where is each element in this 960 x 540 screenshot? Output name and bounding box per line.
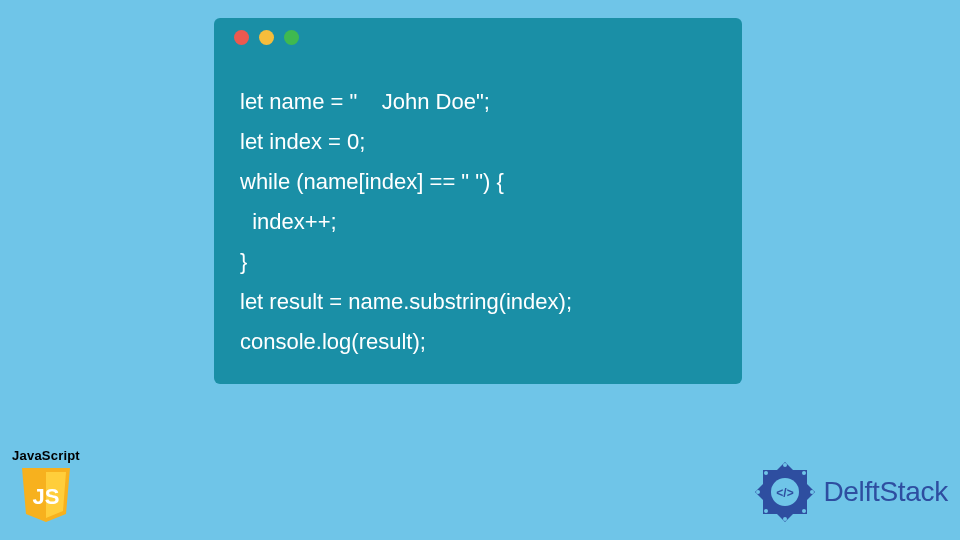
javascript-badge: JavaScript JS (10, 448, 82, 528)
svg-point-6 (756, 490, 760, 494)
window-titlebar (214, 18, 742, 56)
svg-point-8 (802, 509, 806, 513)
shield-text: JS (33, 484, 60, 509)
svg-point-4 (810, 490, 814, 494)
code-block: let name = " John Doe"; let index = 0; w… (214, 56, 742, 382)
delftstack-logo-icon: </> (753, 460, 817, 524)
traffic-light-zoom-icon (284, 30, 299, 45)
svg-text:</>: </> (777, 486, 794, 500)
brand: </> DelftStack (753, 460, 948, 524)
javascript-badge-label: JavaScript (10, 448, 82, 463)
svg-point-7 (802, 471, 806, 475)
svg-point-10 (764, 471, 768, 475)
code-window: let name = " John Doe"; let index = 0; w… (214, 18, 742, 384)
javascript-shield-icon: JS (20, 466, 72, 524)
brand-name: DelftStack (823, 476, 948, 508)
traffic-light-close-icon (234, 30, 249, 45)
svg-point-9 (764, 509, 768, 513)
svg-point-5 (783, 517, 787, 521)
svg-point-3 (783, 463, 787, 467)
traffic-light-minimize-icon (259, 30, 274, 45)
